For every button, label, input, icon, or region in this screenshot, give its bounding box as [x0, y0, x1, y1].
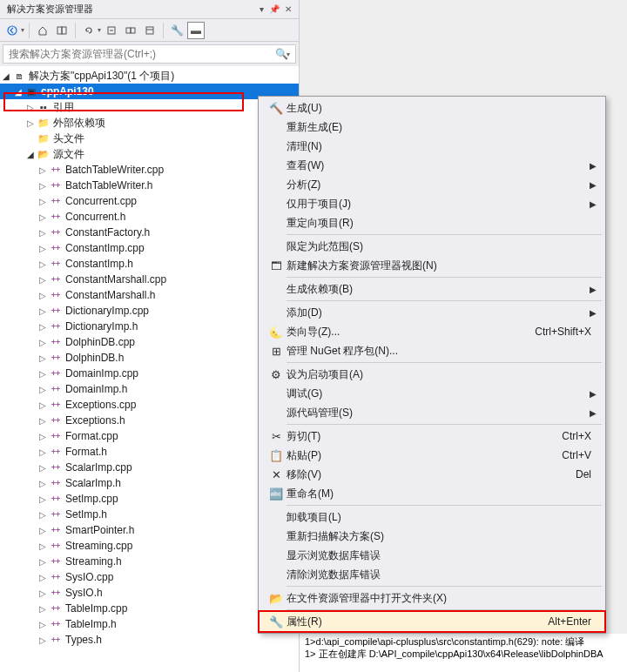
file-node[interactable]: ++DictionaryImp.cpp: [0, 303, 299, 319]
dropdown-icon[interactable]: ▾: [260, 5, 264, 14]
close-icon[interactable]: ✕: [285, 5, 292, 14]
build-icon: 🔨: [266, 102, 287, 115]
file-node[interactable]: ++Concurrent.cpp: [0, 193, 299, 209]
menu-item[interactable]: 🔨生成(U): [260, 98, 603, 118]
menu-item[interactable]: ⊞管理 NuGet 程序包(N)...: [260, 341, 603, 360]
menu-item[interactable]: 源代码管理(S)▶: [260, 403, 603, 422]
solution-explorer-panel: 解决方案资源管理器 ▾ 📌 ✕ ▾ ▾ 🔧 ▬ 🔍▾ 🗈 解决方案"cppApi…: [0, 0, 300, 672]
submenu-arrow-icon: ▶: [590, 308, 598, 318]
file-node[interactable]: ++Streaming.h: [0, 554, 299, 569]
menu-shortcut: Ctrl+V: [562, 449, 598, 461]
menu-item[interactable]: ✂剪切(T)Ctrl+X: [260, 427, 603, 446]
menu-item[interactable]: 生成依赖项(B)▶: [260, 279, 603, 299]
file-node[interactable]: ++TableImp.cpp: [0, 601, 299, 616]
file-node[interactable]: ++DictionaryImp.h: [0, 319, 299, 334]
file-node[interactable]: ++Exceptions.cpp: [0, 397, 299, 413]
toggle-button[interactable]: ▬: [187, 22, 205, 39]
menu-item[interactable]: 显示浏览数据库错误: [260, 546, 603, 565]
menu-item[interactable]: 卸载项目(L): [260, 507, 603, 527]
file-node[interactable]: ++Format.h: [0, 444, 299, 460]
file-node[interactable]: ++Types.h: [0, 632, 299, 648]
menu-item[interactable]: 🗔新建解决方案资源管理器视图(N): [260, 256, 603, 275]
h-icon: ++: [49, 523, 63, 537]
menu-item[interactable]: 🔧属性(R)Alt+Enter: [260, 612, 603, 631]
file-node[interactable]: ++Format.cpp: [0, 428, 299, 444]
sources-node[interactable]: 📂 源文件: [0, 146, 299, 162]
menu-item[interactable]: 🔤重命名(M): [260, 484, 603, 503]
nuget-icon: ⊞: [266, 345, 287, 358]
file-node[interactable]: ++DolphinDB.h: [0, 350, 299, 366]
file-node[interactable]: ++Concurrent.h: [0, 209, 299, 225]
panel-header-buttons: ▾ 📌 ✕: [260, 5, 292, 14]
file-node[interactable]: ++DomainImp.cpp: [0, 366, 299, 381]
menu-shortcut: Ctrl+X: [562, 430, 598, 442]
file-node[interactable]: ++BatchTableWriter.h: [0, 178, 299, 193]
external-deps-node[interactable]: 📁 外部依赖项: [0, 115, 299, 131]
collapse-all-button[interactable]: [103, 22, 120, 39]
file-node[interactable]: ++ScalarImp.h: [0, 475, 299, 491]
back-button[interactable]: [3, 22, 21, 39]
menu-item[interactable]: 🌜类向导(Z)...Ctrl+Shift+X: [260, 322, 603, 341]
file-node[interactable]: ++Exceptions.h: [0, 413, 299, 428]
h-icon: ++: [49, 507, 63, 521]
menu-item[interactable]: 限定为此范围(S): [260, 237, 603, 256]
file-node[interactable]: ++ConstantImp.h: [0, 256, 299, 272]
solution-tree[interactable]: 🗈 解决方案"cppApi130"(1 个项目) ▣ cppApi130 ▪▪ …: [0, 66, 299, 672]
menu-item[interactable]: 重新生成(E): [260, 118, 603, 137]
search-box[interactable]: 🔍▾: [3, 44, 296, 64]
menu-label: 生成(U): [287, 101, 598, 116]
menu-item[interactable]: 分析(Z)▶: [260, 175, 603, 194]
refresh-button[interactable]: [80, 22, 98, 39]
menu-item[interactable]: 重定向项目(R): [260, 213, 603, 232]
menu-item[interactable]: 添加(D)▶: [260, 303, 603, 322]
properties-button[interactable]: [141, 22, 158, 39]
home-button[interactable]: [34, 22, 51, 39]
headers-node[interactable]: 📁 头文件: [0, 131, 299, 146]
sync-button[interactable]: [53, 22, 71, 39]
menu-item[interactable]: 清除浏览数据库错误: [260, 565, 603, 584]
menu-item[interactable]: 清理(N): [260, 137, 603, 156]
h-icon: ++: [49, 413, 63, 427]
cut-icon: ✂: [266, 430, 287, 443]
file-node[interactable]: ++DomainImp.h: [0, 381, 299, 397]
file-node[interactable]: ++SysIO.cpp: [0, 569, 299, 585]
references-icon: ▪▪: [37, 100, 51, 114]
submenu-arrow-icon: ▶: [590, 180, 598, 190]
file-node[interactable]: ++BatchTableWriter.cpp: [0, 162, 299, 178]
file-node[interactable]: ++TableImp.h: [0, 616, 299, 632]
menu-item[interactable]: ⚙设为启动项目(A): [260, 365, 603, 384]
file-node[interactable]: ++SysIO.h: [0, 585, 299, 601]
file-node[interactable]: ++SetImp.cpp: [0, 491, 299, 507]
file-node[interactable]: ++SetImp.h: [0, 507, 299, 522]
file-node[interactable]: ++Streaming.cpp: [0, 538, 299, 554]
menu-item[interactable]: ✕移除(V)Del: [260, 465, 603, 484]
menu-item[interactable]: 调试(G)▶: [260, 384, 603, 403]
output-line: 1> 正在创建库 D:\API_compile\cppApi130\x64\Re…: [305, 648, 622, 660]
menu-item[interactable]: 📂在文件资源管理器中打开文件夹(X): [260, 588, 603, 608]
menu-label: 类向导(Z)...: [287, 325, 535, 339]
newview-icon: 🗔: [266, 259, 287, 272]
file-node[interactable]: ++ConstantMarshall.h: [0, 287, 299, 303]
cpp-icon: ++: [49, 241, 63, 255]
menu-item[interactable]: 查看(W)▶: [260, 156, 603, 175]
references-node[interactable]: ▪▪ 引用: [0, 99, 299, 115]
menu-item[interactable]: 重新扫描解决方案(S): [260, 527, 603, 546]
panel-title: 解决方案资源管理器: [7, 3, 93, 16]
file-node[interactable]: ++ConstantFactory.h: [0, 225, 299, 240]
pin-icon[interactable]: 📌: [269, 5, 280, 14]
output-line: 1>d:\api_compile\api-cplusplus\src\const…: [305, 635, 622, 648]
solution-node[interactable]: 🗈 解决方案"cppApi130"(1 个项目): [0, 68, 299, 84]
file-node[interactable]: ++ConstantImp.cpp: [0, 240, 299, 256]
file-node[interactable]: ++DolphinDB.cpp: [0, 334, 299, 350]
file-node[interactable]: ++SmartPointer.h: [0, 522, 299, 538]
wrench-button[interactable]: 🔧: [168, 22, 185, 39]
file-node[interactable]: ++ConstantMarshall.cpp: [0, 272, 299, 287]
file-node[interactable]: ++ScalarImp.cpp: [0, 460, 299, 475]
search-input[interactable]: [9, 48, 275, 60]
show-all-button[interactable]: [122, 22, 139, 39]
cpp-icon: ++: [49, 366, 63, 380]
h-icon: ++: [49, 445, 63, 459]
menu-item[interactable]: 📋粘贴(P)Ctrl+V: [260, 446, 603, 465]
menu-item[interactable]: 仅用于项目(J)▶: [260, 194, 603, 213]
project-node[interactable]: ▣ cppApi130: [0, 84, 299, 99]
